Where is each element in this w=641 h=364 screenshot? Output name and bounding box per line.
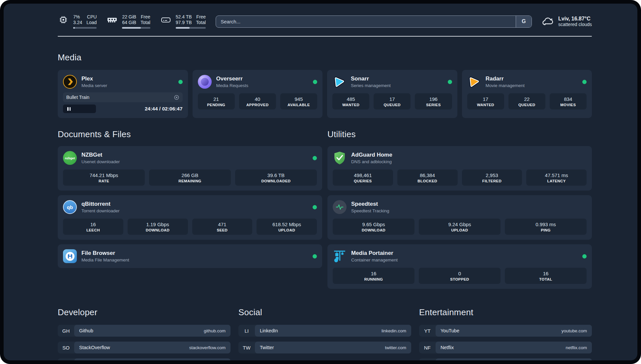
weather-location: Lviv, 16.87°C bbox=[558, 16, 592, 22]
link-tag: NF bbox=[419, 342, 436, 353]
app-desc: Media File Management bbox=[81, 258, 129, 262]
link-url: stackoverflow.com bbox=[189, 345, 226, 350]
status-dot-online bbox=[313, 205, 317, 209]
link-row-dev[interactable]: DT DEVdev.to bbox=[58, 358, 230, 360]
ram-stat: 22 GiB 64 GiB Free Total bbox=[107, 14, 150, 29]
link-url: linkedin.com bbox=[382, 328, 406, 333]
status-dot-online bbox=[582, 80, 587, 84]
app-card-plex[interactable]: Plex Media server Bullet Train 24:44 bbox=[58, 70, 188, 118]
link-name: Github bbox=[79, 328, 93, 333]
pause-button[interactable] bbox=[63, 105, 96, 113]
ram-free-value: 22 GiB bbox=[122, 14, 136, 20]
stat-blocked: 86,384BLOCKED bbox=[397, 169, 458, 186]
stat-queries: 498,461QUERIES bbox=[333, 169, 393, 186]
stat-downloaded: 39.6 TBDOWNLOADED bbox=[235, 169, 317, 186]
ram-total-label: Total bbox=[140, 20, 150, 25]
stat-ping: 0.993 msPING bbox=[505, 219, 587, 235]
stat-latency: 47.571 msLATENCY bbox=[526, 169, 587, 186]
link-row-github[interactable]: GH Githubgithub.com bbox=[58, 325, 230, 337]
cpu-load-value: 3.24 bbox=[73, 20, 82, 25]
link-row-linkedin[interactable]: LI LinkedInlinkedin.com bbox=[238, 325, 411, 337]
cpu-icon bbox=[58, 15, 69, 25]
status-dot-online bbox=[313, 80, 317, 84]
app-name: NZBGet bbox=[81, 152, 120, 158]
now-playing-widget: Bullet Train 24:44 / 02:06:47 bbox=[63, 92, 183, 113]
app-card-sonarr[interactable]: Sonarr Series management 485WANTED 17QUE… bbox=[327, 70, 457, 118]
speedtest-icon bbox=[333, 200, 347, 214]
stat-download: 1.19 GbpsDOWNLOAD bbox=[128, 219, 188, 235]
ram-icon bbox=[107, 16, 118, 24]
link-tag: RE bbox=[419, 358, 436, 360]
search-engine-button[interactable]: G bbox=[516, 16, 532, 27]
search-input[interactable] bbox=[216, 16, 516, 27]
stat-upload: 9.24 GbpsUPLOAD bbox=[419, 219, 501, 235]
status-dot-online bbox=[313, 254, 317, 258]
ram-total-value: 64 GiB bbox=[122, 20, 136, 25]
stat-wanted: 485WANTED bbox=[332, 93, 369, 109]
section-title-media: Media bbox=[58, 52, 592, 63]
app-card-portainer[interactable]: Media Portainer Container management 16R… bbox=[327, 244, 592, 289]
link-url: twitter.com bbox=[385, 345, 406, 350]
cpu-progress-bar bbox=[73, 27, 97, 29]
top-bar: 7% 3.24 CPU Load bbox=[58, 14, 592, 29]
cpu-stat: 7% 3.24 CPU Load bbox=[58, 14, 97, 29]
app-card-speedtest[interactable]: Speedtest Speedtest Tracking 9.65 GbpsDO… bbox=[327, 195, 592, 240]
ram-progress-bar bbox=[122, 27, 150, 29]
header-divider bbox=[58, 36, 592, 37]
link-name: Twitter bbox=[260, 345, 274, 350]
stat-seed: 471SEED bbox=[192, 219, 253, 235]
disk-total-value: 97.9 TB bbox=[176, 20, 192, 25]
stat-upload: 618.52 MbpsUPLOAD bbox=[257, 219, 317, 235]
link-url: github.com bbox=[204, 328, 226, 333]
stat-pending: 21PENDING bbox=[198, 93, 235, 109]
section-title-entertainment: Entertainment bbox=[419, 307, 592, 318]
section-title-documents: Documents & Files bbox=[58, 129, 322, 139]
section-title-developer: Developer bbox=[58, 307, 230, 318]
app-desc: Series management bbox=[351, 83, 391, 88]
ram-free-label: Free bbox=[140, 14, 150, 20]
qbittorrent-icon: qb bbox=[63, 200, 77, 214]
app-card-nzbget[interactable]: nzbget NZBGet Usenet downloader 744.21 M… bbox=[58, 146, 322, 191]
app-name: AdGuard Home bbox=[351, 152, 392, 158]
app-card-radarr[interactable]: Radarr Movie management 17WANTED 22QUEUE… bbox=[462, 70, 592, 118]
link-row-netflix[interactable]: NF Netflixnetflix.com bbox=[419, 342, 592, 353]
cpu-load-label: Load bbox=[86, 20, 97, 25]
link-row-reddit[interactable]: RE Redditreddit.com bbox=[419, 358, 592, 360]
pause-icon bbox=[70, 107, 71, 111]
link-tag: TW bbox=[238, 342, 255, 353]
overseerr-icon bbox=[198, 75, 212, 89]
app-card-adguard[interactable]: AdGuard Home DNS and adblocking 498,461Q… bbox=[327, 146, 592, 191]
app-name: Media Portainer bbox=[351, 250, 398, 257]
link-url: youtube.com bbox=[562, 328, 587, 333]
link-name: Netflix bbox=[441, 345, 454, 350]
link-name: StackOverflow bbox=[79, 345, 110, 350]
links-section-developer: Developer GH Githubgithub.com SO StackOv… bbox=[58, 307, 230, 360]
stat-leech: 16LEECH bbox=[63, 219, 123, 235]
media-card-grid: Plex Media server Bullet Train 24:44 bbox=[58, 70, 592, 118]
app-card-overseerr[interactable]: Overseerr Media Requests 21PENDING 40APP… bbox=[193, 70, 323, 118]
link-name: YouTube bbox=[441, 328, 459, 333]
target-icon[interactable] bbox=[174, 95, 179, 100]
app-card-filebrowser[interactable]: File Browser Media File Management bbox=[58, 244, 322, 268]
stat-movies: 834MOVIES bbox=[550, 93, 587, 109]
link-row-youtube[interactable]: YT YouTubeyoutube.com bbox=[419, 325, 592, 337]
link-row-stackoverflow[interactable]: SO StackOverflowstackoverflow.com bbox=[58, 342, 230, 353]
nzbget-icon: nzbget bbox=[63, 151, 77, 165]
portainer-icon bbox=[333, 249, 347, 263]
app-name: Sonarr bbox=[351, 76, 391, 82]
disk-icon bbox=[160, 15, 171, 24]
app-name: Plex bbox=[81, 76, 107, 82]
disk-stat: 52.4 TB 97.9 TB Free Total bbox=[160, 14, 206, 29]
disk-progress-bar bbox=[176, 27, 206, 29]
stat-remaining: 266 GBREMAINING bbox=[149, 169, 231, 186]
status-dot-online bbox=[313, 156, 317, 160]
disk-total-label: Total bbox=[196, 20, 206, 25]
app-card-qbittorrent[interactable]: qb qBittorrent Torrent downloader 16LEEC… bbox=[58, 195, 322, 240]
search-bar: G bbox=[216, 15, 532, 28]
link-row-twitter[interactable]: TW Twittertwitter.com bbox=[238, 342, 411, 353]
stat-wanted: 17WANTED bbox=[467, 93, 504, 109]
filebrowser-icon bbox=[63, 249, 77, 263]
app-desc: Media Requests bbox=[216, 83, 249, 88]
dashboard-panel: 7% 3.24 CPU Load bbox=[4, 4, 637, 360]
app-name: qBittorrent bbox=[81, 201, 120, 207]
